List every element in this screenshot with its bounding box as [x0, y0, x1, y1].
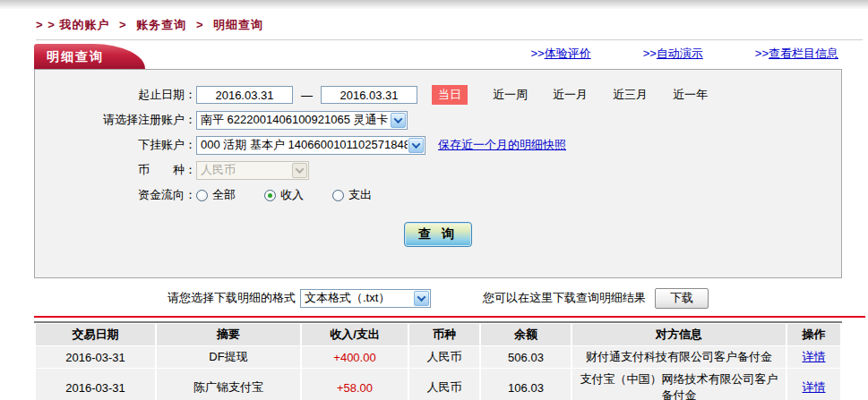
date-to-input[interactable]	[321, 86, 417, 104]
cell-summary: DF提现	[157, 346, 300, 368]
registered-account-row: 请选择注册账户： 南平 6222001406100921065 灵通卡	[35, 107, 841, 132]
sub-account-row: 下挂账户： 000 活期 基本户 1406600101102571848 保存近…	[35, 132, 841, 157]
link-experience-review[interactable]: >>体验评价	[530, 46, 590, 62]
cell-currency: 人民币	[409, 346, 479, 368]
registered-account-select[interactable]: 南平 6222001406100921065 灵通卡	[196, 111, 408, 130]
link-auto-demo[interactable]: >>自动演示	[643, 46, 703, 62]
table-header-row: 交易日期 摘要 收入/支出 币种 余额 对方信息 操作	[36, 324, 840, 345]
flow-radio-expense[interactable]: 支出	[332, 187, 372, 203]
breadcrumb-item-my-account[interactable]: 我的账户	[59, 18, 109, 31]
detail-link[interactable]: 详情	[803, 350, 826, 363]
download-format-select[interactable]: 文本格式（.txt）	[300, 289, 431, 308]
download-result-label: 您可以在这里下载查询明细结果	[483, 290, 646, 306]
table-row: 2016-03-31 陈广锦支付宝 +58.00 人民币 106.03 支付宝（…	[36, 369, 840, 400]
chevron-down-icon	[408, 138, 424, 153]
col-header-summary: 摘要	[157, 324, 300, 345]
registered-account-label: 请选择注册账户：	[35, 112, 196, 128]
chevron-down-icon	[414, 291, 429, 306]
quick-range-week-button[interactable]: 近一周	[493, 87, 528, 103]
date-range-label: 起止日期：	[35, 87, 196, 103]
sub-account-select[interactable]: 000 活期 基本户 1406600101102571848	[196, 136, 425, 155]
breadcrumb-item-account-query[interactable]: 账务查询	[136, 18, 186, 31]
query-form-panel: 起止日期： — 当日 近一周 近一月 近三月 近一年 请选择注册账户： 南平 6…	[34, 69, 842, 278]
fund-flow-row: 资金流向： 全部 收入 支出	[35, 183, 841, 208]
cell-summary: 陈广锦支付宝	[157, 369, 300, 400]
col-header-amount: 收入/支出	[302, 324, 408, 345]
currency-select-disabled: 人民币	[196, 161, 309, 180]
date-from-input[interactable]	[196, 86, 293, 104]
quick-range-month-button[interactable]: 近一月	[553, 87, 588, 103]
query-button-row: 查 询	[35, 222, 841, 247]
top-links: >>体验评价 >>自动演示 >>查看栏目信息	[530, 46, 842, 69]
table-row: 2016-03-31 DF提现 +400.00 人民币 506.03 财付通支付…	[36, 346, 840, 368]
col-header-date: 交易日期	[36, 324, 155, 345]
cell-action: 详情	[787, 346, 840, 368]
breadcrumb-item-detail-query[interactable]: 明细查询	[213, 18, 263, 31]
cell-action: 详情	[787, 369, 840, 400]
cell-amount: +58.00	[302, 369, 408, 400]
cell-date: 2016-03-31	[36, 369, 155, 400]
col-header-currency: 币种	[409, 324, 479, 345]
breadcrumb: > > 我的账户 > 账务查询 > 明细查询	[0, 9, 868, 39]
col-header-balance: 余额	[481, 324, 571, 345]
currency-label: 币 种：	[35, 162, 196, 178]
quick-range-today-button[interactable]: 当日	[432, 85, 468, 105]
download-format-label: 请您选择下载明细的格式	[168, 290, 296, 306]
cell-currency: 人民币	[409, 369, 479, 400]
flow-radio-income[interactable]: 收入	[264, 187, 304, 203]
page-top-divider	[0, 0, 868, 9]
radio-icon	[332, 190, 344, 201]
cell-amount: +400.00	[302, 346, 408, 368]
cell-date: 2016-03-31	[36, 346, 155, 368]
radio-checked-icon	[264, 190, 276, 201]
results-table: 交易日期 摘要 收入/支出 币种 余额 对方信息 操作 2016-03-31 D…	[34, 321, 842, 400]
main-content: 明细查询 >>体验评价 >>自动演示 >>查看栏目信息 起止日期： — 当日 近…	[34, 40, 842, 310]
tab-detail-query: 明细查询	[34, 44, 145, 69]
fund-flow-label: 资金流向：	[35, 187, 196, 203]
quick-range-year-button[interactable]: 近一年	[673, 87, 708, 103]
currency-row: 币 种： 人民币	[35, 157, 841, 183]
radio-icon	[196, 190, 208, 201]
breadcrumb-separator: >	[196, 18, 204, 31]
detail-link[interactable]: 详情	[803, 380, 826, 394]
link-view-column-info[interactable]: >>查看栏目信息	[755, 46, 838, 62]
breadcrumb-prefix: > >	[36, 18, 56, 31]
quick-range-quarter-button[interactable]: 近三月	[613, 87, 648, 103]
save-snapshot-link[interactable]: 保存近一个月的明细快照	[438, 137, 566, 153]
chevron-down-icon	[391, 113, 406, 128]
cell-balance: 106.03	[481, 369, 571, 400]
section-header: 明细查询 >>体验评价 >>自动演示 >>查看栏目信息	[34, 40, 842, 69]
cell-counterparty: 财付通支付科技有限公司客户备付金	[572, 346, 786, 368]
cell-counterparty: 支付宝（中国）网络技术有限公司客户备付金	[572, 369, 786, 400]
cell-balance: 506.03	[481, 346, 571, 368]
col-header-action: 操作	[787, 324, 840, 345]
chevron-down-icon	[292, 163, 307, 178]
download-button[interactable]: 下载	[655, 288, 709, 309]
download-row: 请您选择下载明细的格式 文本格式（.txt） 您可以在这里下载查询明细结果 下载	[34, 286, 842, 310]
red-divider	[34, 316, 865, 318]
breadcrumb-separator: >	[119, 18, 127, 31]
query-button[interactable]: 查 询	[404, 222, 472, 247]
date-range-row: 起止日期： — 当日 近一周 近一月 近三月 近一年	[35, 82, 841, 107]
sub-account-label: 下挂账户：	[35, 137, 196, 153]
date-dash: —	[301, 89, 313, 102]
col-header-counterparty: 对方信息	[572, 324, 786, 345]
flow-radio-all[interactable]: 全部	[196, 187, 236, 203]
